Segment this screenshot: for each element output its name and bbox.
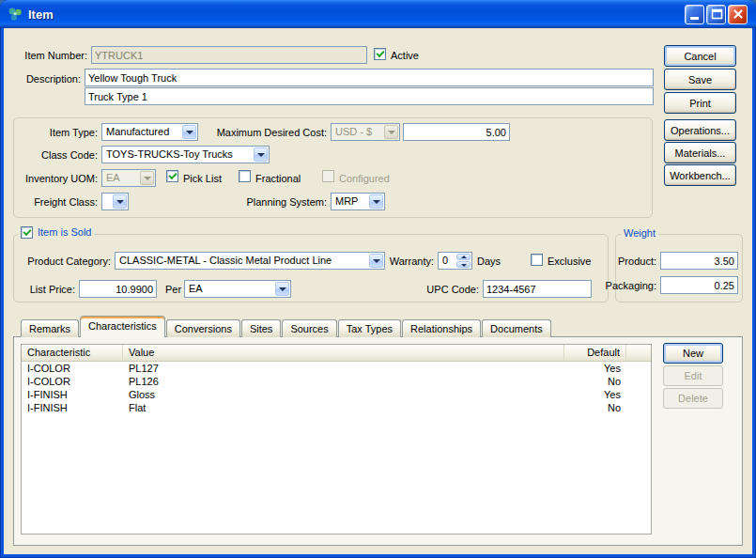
chevron-down-icon[interactable] — [182, 125, 196, 139]
tab-bar: Remarks Characteristics Conversions Site… — [21, 316, 552, 337]
materials-button[interactable]: Materials... — [664, 142, 736, 163]
table-row[interactable]: I-COLOR PL127 Yes — [22, 362, 651, 375]
table-row[interactable]: I-FINISH Flat No — [22, 401, 651, 414]
description-field-1[interactable] — [85, 69, 654, 86]
planning-system-value: MRP — [335, 194, 366, 209]
tab-documents[interactable]: Documents — [482, 319, 551, 337]
chevron-down-icon[interactable] — [254, 147, 268, 162]
chevron-down-icon — [384, 125, 398, 139]
cell-value: PL126 — [123, 375, 564, 388]
cell-characteristic: I-FINISH — [22, 401, 123, 414]
chevron-down-icon[interactable] — [369, 194, 383, 209]
column-header-filler — [626, 345, 651, 361]
item-is-sold-legend: Item is Sold — [18, 225, 94, 240]
weight-packaging-field[interactable] — [660, 276, 738, 294]
titlebar-buttons — [685, 5, 748, 24]
item-type-select[interactable]: Manufactured — [101, 123, 198, 141]
upc-code-field[interactable] — [483, 280, 592, 298]
delete-button: Delete — [663, 388, 723, 409]
column-header-characteristic[interactable]: Characteristic — [22, 345, 123, 361]
fractional-label: Fractional — [255, 172, 301, 185]
pick-list-checkbox[interactable] — [166, 170, 178, 182]
item-type-value: Manufactured — [106, 125, 179, 139]
spinner-down-icon[interactable] — [456, 261, 471, 268]
minimize-button[interactable] — [685, 5, 704, 24]
warranty-spinner[interactable]: 0 — [438, 252, 472, 270]
product-category-value: CLASSIC-METAL - Classic Metal Product Li… — [119, 254, 366, 268]
chevron-down-icon[interactable] — [113, 194, 127, 209]
close-button[interactable] — [728, 5, 748, 24]
tab-sites[interactable]: Sites — [241, 319, 281, 337]
weight-product-label: Product: — [611, 255, 656, 268]
cell-default: No — [564, 401, 626, 414]
column-header-default[interactable]: Default — [564, 345, 626, 361]
cell-default: No — [564, 375, 626, 388]
tab-relationships[interactable]: Relationships — [402, 319, 481, 337]
tab-remarks[interactable]: Remarks — [21, 319, 79, 337]
fractional-checkbox[interactable] — [239, 170, 251, 182]
spinner-up-icon[interactable] — [456, 254, 471, 260]
cell-value: PL127 — [123, 362, 564, 375]
print-button[interactable]: Print — [664, 92, 736, 114]
product-category-select[interactable]: CLASSIC-METAL - Classic Metal Product Li… — [115, 252, 385, 270]
close-icon — [729, 5, 747, 24]
weight-legend: Weight — [621, 226, 658, 240]
chevron-down-icon[interactable] — [369, 254, 383, 268]
freight-class-label: Freight Class: — [17, 195, 98, 209]
class-code-select[interactable]: TOYS-TRUCKS-Toy Trucks — [101, 146, 270, 163]
currency-select: USD - $ — [331, 123, 400, 141]
list-price-label: List Price: — [21, 283, 75, 296]
item-window: Item Item Number: Active Description: Ca… — [0, 0, 756, 558]
active-checkbox[interactable] — [374, 48, 386, 60]
list-price-field[interactable] — [79, 280, 157, 298]
item-number-field[interactable] — [91, 46, 367, 64]
price-uom-value: EA — [189, 282, 272, 296]
tab-conversions[interactable]: Conversions — [166, 319, 240, 337]
max-desired-cost-field[interactable] — [403, 123, 510, 141]
spinner-buttons — [456, 254, 471, 268]
exclusive-checkbox[interactable] — [531, 254, 543, 266]
pick-list-label: Pick List — [183, 172, 222, 185]
max-desired-cost-label: Maximum Desired Cost: — [208, 126, 327, 139]
item-is-sold-checkbox[interactable] — [21, 226, 33, 239]
warranty-label: Warranty: — [383, 255, 434, 268]
edit-button: Edit — [663, 365, 723, 386]
column-header-value[interactable]: Value — [123, 345, 564, 361]
weight-product-field[interactable] — [660, 252, 738, 270]
cell-default: Yes — [564, 362, 626, 375]
maximize-button[interactable] — [706, 5, 726, 24]
chevron-down-icon[interactable] — [275, 282, 289, 296]
cell-characteristic: I-COLOR — [22, 375, 123, 388]
currency-value: USD - $ — [335, 125, 381, 139]
tab-sources[interactable]: Sources — [282, 319, 336, 337]
save-button[interactable]: Save — [664, 69, 736, 90]
table-row[interactable]: I-FINISH Gloss Yes — [22, 388, 651, 401]
tab-characteristics[interactable]: Characteristics — [80, 316, 165, 337]
table-header[interactable]: Characteristic Value Default — [22, 345, 651, 362]
price-uom-select[interactable]: EA — [184, 280, 291, 298]
table-row[interactable]: I-COLOR PL126 No — [22, 375, 651, 388]
operations-button[interactable]: Operations... — [664, 119, 736, 141]
planning-system-select[interactable]: MRP — [331, 193, 385, 210]
weight-title: Weight — [624, 226, 656, 240]
titlebar[interactable]: Item — [0, 0, 756, 28]
new-button[interactable]: New — [663, 343, 723, 364]
cell-characteristic: I-FINISH — [22, 388, 123, 401]
class-code-value: TOYS-TRUCKS-Toy Trucks — [106, 147, 251, 162]
configured-label: Configured — [339, 172, 390, 185]
days-label: Days — [477, 255, 501, 268]
weight-packaging-label: Packaging: — [603, 279, 656, 292]
inventory-uom-select: EA — [101, 169, 156, 187]
dialog-body: Item Number: Active Description: Cancel … — [4, 28, 752, 554]
workbench-button[interactable]: Workbench... — [664, 164, 736, 186]
freight-class-select[interactable] — [101, 193, 129, 210]
per-label: Per — [165, 283, 181, 296]
inventory-uom-label: Inventory UOM: — [8, 172, 98, 185]
characteristics-table[interactable]: Characteristic Value Default I-COLOR PL1… — [21, 344, 652, 535]
tab-tax-types[interactable]: Tax Types — [338, 319, 401, 337]
description-field-2[interactable] — [85, 87, 654, 105]
window-title: Item — [28, 8, 54, 22]
item-type-label: Item Type: — [17, 126, 98, 139]
class-code-label: Class Code: — [17, 148, 98, 162]
cancel-button[interactable]: Cancel — [664, 45, 736, 67]
